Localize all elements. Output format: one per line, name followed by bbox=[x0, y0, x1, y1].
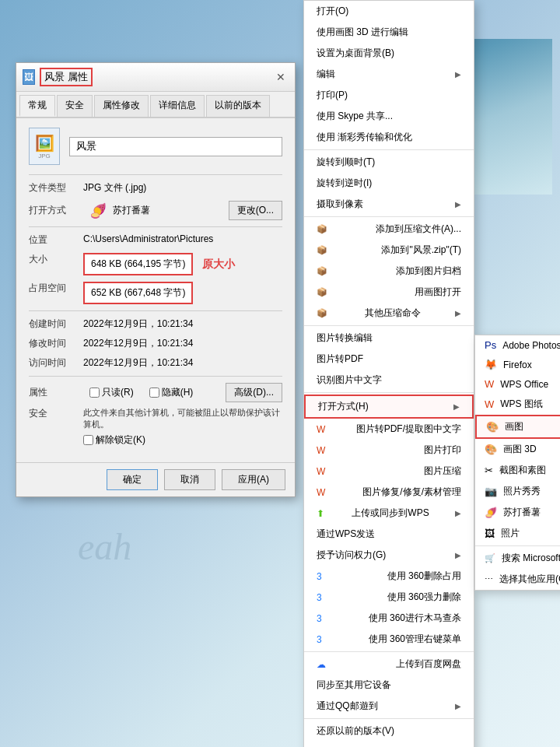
ctx-360-del-label: 使用 360删除占用 bbox=[387, 570, 461, 583]
submenu-store[interactable]: 🛒 搜索 Microsoft Store(S) bbox=[475, 548, 560, 569]
ctx-open[interactable]: 打开(O) bbox=[304, 1, 474, 22]
submenu-soda[interactable]: 🍠 苏打番薯 bbox=[475, 502, 560, 523]
file-type-value: JPG 文件 (.jpg) bbox=[83, 181, 282, 195]
ctx-grant-access[interactable]: 授予访问权力(G) ▶ bbox=[304, 545, 474, 566]
ctx-sep-3 bbox=[304, 325, 474, 326]
ctx-paint3d[interactable]: 使用画图 3D 进行编辑 bbox=[304, 22, 474, 43]
ctx-capture-arrow: ▶ bbox=[455, 200, 461, 209]
ctx-open-paint[interactable]: 📦 用画图打开 bbox=[304, 282, 474, 303]
ctx-capture[interactable]: 摄取到像素 ▶ bbox=[304, 194, 474, 215]
ctx-wallpaper[interactable]: 设置为桌面背景(B) bbox=[304, 43, 474, 64]
hidden-label: 隐藏(H) bbox=[162, 386, 194, 399]
ctx-skype[interactable]: 使用 Skype 共享... bbox=[304, 106, 474, 127]
cancel-button[interactable]: 取消 bbox=[164, 469, 215, 490]
ctx-rotate-cw[interactable]: 旋转到顺时(T) bbox=[304, 152, 474, 173]
tab-general[interactable]: 常规 bbox=[19, 95, 55, 117]
properties-dialog: 🖼 风景 属性 ✕ 常规 安全 属性修改 详细信息 以前的版本 🖼️ JPG 文… bbox=[16, 62, 296, 497]
location-value: C:\Users\Administrator\Pictures bbox=[83, 233, 282, 244]
ctx-wps-send[interactable]: 通过WPS发送 bbox=[304, 524, 474, 545]
file-icon-image: 🖼️ bbox=[35, 134, 54, 153]
ctx-open-with[interactable]: 打开方式(H) ▶ bbox=[304, 395, 474, 419]
ctx-edit[interactable]: 编辑 ▶ bbox=[304, 64, 474, 85]
ctx-grant-access-label: 授予访问权力(G) bbox=[317, 549, 386, 562]
tab-more-info[interactable]: 详细信息 bbox=[150, 95, 205, 117]
ctx-rotate-ccw[interactable]: 旋转到逆时(I) bbox=[304, 173, 474, 194]
ctx-compress-a[interactable]: 📦 添加到压缩文件(A)... bbox=[304, 219, 474, 240]
submenu-other[interactable]: ⋯ 选择其他应用(C) bbox=[475, 569, 560, 590]
ctx-img-print[interactable]: W 图片打印 bbox=[304, 440, 474, 461]
readonly-checkbox-item[interactable]: 只读(R) bbox=[89, 386, 134, 399]
close-button[interactable]: ✕ bbox=[273, 69, 289, 85]
tab-details[interactable]: 属性修改 bbox=[94, 95, 149, 117]
ctx-other-compress[interactable]: 📦 其他压缩命令 ▶ bbox=[304, 303, 474, 324]
ctx-jianxi[interactable]: 使用 渐彩秀传输和优化 bbox=[304, 127, 474, 148]
ctx-open-paint-label: 用画图打开 bbox=[415, 286, 461, 299]
ctx-360-force[interactable]: 3 使用 360强力删除 bbox=[304, 587, 474, 608]
ctx-print-label: 打印(P) bbox=[317, 89, 348, 102]
separator-3 bbox=[29, 310, 282, 311]
ctx-img-convert[interactable]: 图片转换编辑 bbox=[304, 328, 474, 349]
file-name-input[interactable] bbox=[69, 137, 282, 156]
security-row: 安全 此文件来自其他计算机，可能被阻止以帮助保护该计算机。 解除锁定(K) bbox=[29, 407, 282, 447]
ctx-baidu[interactable]: ☁ 上传到百度网盘 bbox=[304, 654, 474, 675]
ctx-img-compress[interactable]: W 图片压缩 bbox=[304, 461, 474, 482]
apply-button[interactable]: 应用(A) bbox=[222, 469, 285, 490]
ctx-compress-a-label: 添加到压缩文件(A)... bbox=[376, 223, 461, 236]
ctx-print[interactable]: 打印(P) bbox=[304, 85, 474, 106]
ctx-wps-upload[interactable]: ⬆ 上传或同步到WPS ▶ bbox=[304, 503, 474, 524]
file-type-row: 文件类型 JPG 文件 (.jpg) bbox=[29, 181, 282, 195]
accessed-label: 访问时间 bbox=[29, 356, 83, 370]
hidden-checkbox-item[interactable]: 隐藏(H) bbox=[149, 386, 194, 399]
tab-previous[interactable]: 以前的版本 bbox=[206, 95, 270, 117]
submenu-photoshop[interactable]: Ps Adobe Photoshop CS6 bbox=[475, 335, 560, 355]
ctx-compress-zip[interactable]: 📦 添加到"风景.zip"(T) bbox=[304, 240, 474, 261]
ctx-360-del[interactable]: 3 使用 360删除占用 bbox=[304, 566, 474, 587]
submenu-photo-show-label: 照片秀秀 bbox=[503, 485, 541, 498]
submenu-wps[interactable]: W WPS Office bbox=[475, 374, 560, 394]
ctx-img-ocr[interactable]: 识别图片中文字 bbox=[304, 370, 474, 391]
ctx-wps-upload-arrow: ▶ bbox=[455, 509, 461, 517]
submenu-photos-label: 照片 bbox=[501, 527, 520, 540]
ctx-wallpaper-label: 设置为桌面背景(B) bbox=[317, 47, 394, 60]
submenu-sep bbox=[475, 545, 560, 546]
ctx-sync-device[interactable]: 同步至其用它设备 bbox=[304, 675, 474, 696]
ctx-img-pdf2[interactable]: W 图片转PDF/提取图中文字 bbox=[304, 419, 474, 440]
submenu-snip-label: 截图和素图 bbox=[499, 464, 546, 477]
ctx-qq-mail[interactable]: 通过QQ邮遊到 ▶ bbox=[304, 696, 474, 717]
ctx-img-pdf[interactable]: 图片转PDF bbox=[304, 349, 474, 370]
dialog-footer: 确定 取消 应用(A) bbox=[16, 462, 295, 496]
submenu-wps2[interactable]: W WPS 图纸 bbox=[475, 394, 560, 415]
ctx-restore[interactable]: 还原以前的版本(V) bbox=[304, 721, 474, 742]
submenu-snip[interactable]: ✂ 截图和素图 bbox=[475, 460, 560, 481]
advanced-button[interactable]: 高级(D)... bbox=[226, 383, 282, 402]
ok-button[interactable]: 确定 bbox=[107, 469, 158, 490]
ctx-send-to[interactable]: 发送到(N) ▶ bbox=[304, 742, 474, 747]
ctx-wps-upload-label: 上传或同步到WPS bbox=[352, 507, 429, 520]
unlock-checkbox-item[interactable]: 解除锁定(K) bbox=[83, 433, 282, 447]
ctx-img-convert-label: 图片转换编辑 bbox=[317, 331, 373, 345]
ctx-sep-2 bbox=[304, 216, 474, 217]
security-text: 此文件来自其他计算机，可能被阻止以帮助保护该计算机。 bbox=[83, 407, 282, 430]
tab-security[interactable]: 安全 bbox=[57, 95, 93, 117]
ctx-skype-label: 使用 Skype 共享... bbox=[317, 110, 393, 123]
modified-row: 修改时间 2022年12月9日，10:21:34 bbox=[29, 337, 282, 350]
hidden-checkbox[interactable] bbox=[149, 388, 159, 398]
submenu-paint3d[interactable]: 🎨 画图 3D bbox=[475, 439, 560, 460]
ctx-img-repair-label: 图片修复/修复/素材管理 bbox=[362, 486, 461, 499]
submenu-photo-show[interactable]: 📷 照片秀秀 bbox=[475, 481, 560, 502]
ctx-photo-archive[interactable]: 📦 添加到图片归档 bbox=[304, 261, 474, 282]
submenu-firefox[interactable]: 🦊 Firefox bbox=[475, 355, 560, 374]
dialog-title: 风景 属性 bbox=[40, 68, 93, 86]
unlock-checkbox[interactable] bbox=[83, 435, 93, 445]
submenu-paint[interactable]: 🎨 画图 bbox=[475, 415, 560, 439]
readonly-checkbox[interactable] bbox=[89, 388, 100, 398]
unlock-label: 解除锁定(K) bbox=[96, 433, 145, 447]
change-button[interactable]: 更改(O... bbox=[229, 201, 282, 220]
submenu-photos[interactable]: 🖼 照片 bbox=[475, 523, 560, 544]
ctx-360-scan[interactable]: 3 使用 360进行木马查杀 bbox=[304, 608, 474, 629]
ctx-img-repair[interactable]: W 图片修复/修复/素材管理 bbox=[304, 482, 474, 503]
ctx-360-manage[interactable]: 3 使用 360管理右键菜单 bbox=[304, 629, 474, 650]
ctx-rotate-ccw-label: 旋转到逆时(I) bbox=[317, 177, 372, 190]
ctx-img-pdf-label: 图片转PDF bbox=[317, 352, 363, 366]
separator-4 bbox=[29, 376, 282, 377]
